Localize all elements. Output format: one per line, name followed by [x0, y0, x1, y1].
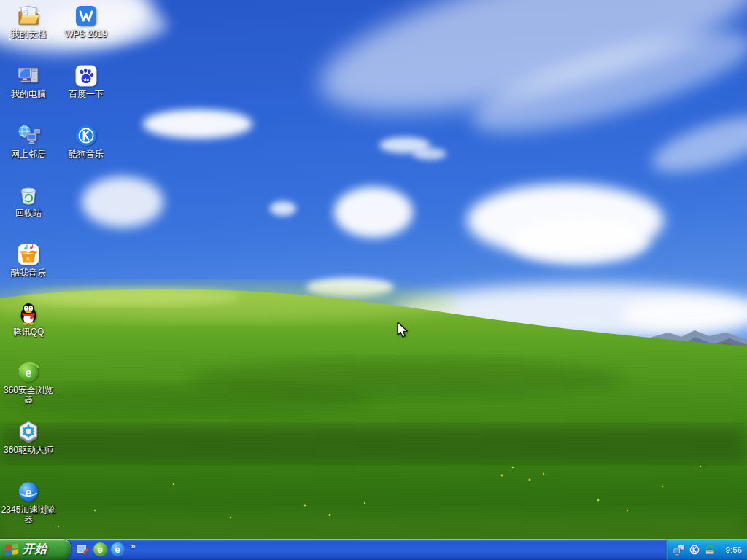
show-desktop-button[interactable]	[74, 541, 91, 559]
desktop-icon-360-driver-master[interactable]: 360驱动大师	[0, 419, 57, 455]
quick-launch-2345-browser-button[interactable]: e	[109, 541, 126, 559]
svg-text:e: e	[25, 366, 31, 380]
network-tray-icon[interactable]	[672, 543, 686, 556]
show-desktop-icon	[75, 542, 90, 557]
desktop-icon-label: 360安全浏览器	[0, 386, 57, 405]
xp-desktop: 我的文档 WPS 2019 我的电脑	[0, 0, 747, 560]
desktop-icon-wps-2019[interactable]: WPS 2019	[58, 4, 115, 39]
taskbar: 开始 e e »	[0, 539, 747, 560]
desktop-icon-360-browser[interactable]: e 360安全浏览器	[0, 359, 57, 405]
desktop-icon-label: 网上邻居	[10, 149, 47, 159]
recycle-bin-icon	[16, 182, 41, 207]
desktop-icon-tencent-qq[interactable]: 腾讯QQ	[0, 301, 57, 337]
desktop-icon-2345-browser[interactable]: e 2345加速浏览器	[0, 479, 57, 524]
360-browser-icon: e	[16, 359, 41, 384]
desktop-icon-kuwo-music[interactable]: K 酷我音乐	[0, 242, 57, 278]
desktop-icon-label: 360驱动大师	[3, 446, 54, 455]
system-tray: 9:56	[666, 539, 747, 560]
desktop-icon-label: 酷狗音乐	[68, 149, 104, 159]
desktop-icon-my-documents[interactable]: 我的文档	[0, 4, 57, 39]
desktop-icon-label: 2345加速浏览器	[0, 505, 57, 524]
safely-remove-hardware-tray-icon[interactable]	[703, 543, 716, 556]
360-browser-glyph: e	[97, 545, 102, 554]
desktop-icon-recycle-bin[interactable]: 回收站	[0, 182, 57, 218]
desktop-icon-baidu[interactable]: du 百度一下	[58, 63, 115, 99]
360-driver-master-icon	[16, 419, 41, 444]
tray-clock[interactable]: 9:56	[726, 545, 747, 554]
quick-launch-360-browser-button[interactable]: e	[91, 541, 109, 559]
kugou-music-icon	[74, 123, 98, 148]
start-button-label: 开始	[23, 542, 47, 557]
desktop-icon-label: 回收站	[15, 209, 42, 218]
quick-launch: e e »	[74, 539, 144, 560]
windows-logo-icon	[5, 543, 19, 556]
my-computer-icon	[16, 63, 41, 88]
desktop-icon-label: 腾讯QQ	[12, 327, 45, 337]
2345-browser-icon: e	[16, 479, 41, 504]
desktop-icon-label: 我的文档	[10, 30, 47, 39]
baidu-paw-icon: du	[74, 63, 98, 88]
network-places-icon	[16, 123, 41, 148]
2345-browser-icon: e	[111, 542, 125, 556]
desktop-icon-my-computer[interactable]: 我的电脑	[0, 63, 57, 99]
360-browser-icon: e	[93, 542, 107, 556]
desktop-icon-label: 我的电脑	[10, 90, 47, 99]
svg-text:du: du	[84, 77, 90, 82]
desktop-icon-kugou-music[interactable]: 酷狗音乐	[58, 123, 115, 159]
wps-icon	[74, 4, 98, 28]
desktop-icon-label: 百度一下	[68, 90, 104, 99]
desktop-icon-label: WPS 2019	[64, 30, 107, 39]
quick-launch-overflow-chevron[interactable]: »	[131, 541, 136, 551]
svg-text:K: K	[26, 255, 31, 262]
my-documents-icon	[16, 4, 41, 28]
desktop-icon-label: 酷我音乐	[10, 268, 47, 278]
qq-penguin-icon	[16, 301, 41, 326]
2345-browser-glyph: e	[115, 545, 120, 554]
svg-text:e: e	[25, 486, 31, 499]
desktop-icon-network-places[interactable]: 网上邻居	[0, 123, 57, 159]
kugou-tray-icon[interactable]	[688, 543, 701, 556]
start-button[interactable]: 开始	[0, 539, 71, 560]
kuwo-music-icon: K	[16, 242, 41, 267]
